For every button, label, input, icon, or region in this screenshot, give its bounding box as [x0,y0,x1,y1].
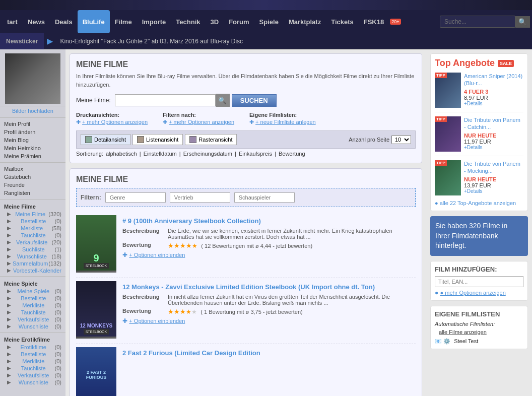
rasteransicht-button[interactable]: Rasteransicht [185,134,237,145]
list-item: ▶Wunschliste(0) [0,379,65,386]
list-item: ▶Sammelalbum(132) [0,260,65,267]
sidebar-bestelliste-link[interactable]: Bestelliste [21,218,46,224]
films-search-input[interactable] [115,94,216,106]
nav-item-forum[interactable]: Forum [224,10,254,33]
sort-einkaufspreis-link[interactable]: Einkaufspreis [239,151,272,157]
sidebar-vorbestell-link[interactable]: Vorbestell-Kalender [13,268,61,274]
filter-genre-input[interactable] [105,192,166,203]
search-button[interactable]: SUCHEN [232,94,277,107]
neue-filmliste-link[interactable]: + neue Filmliste anlegen [255,119,316,125]
filter-label: Filtern: [81,194,101,201]
filtern-mehr-link[interactable]: + mehr Optionen anzeigen [169,119,234,125]
sidebar-meine-spiele-link[interactable]: Meine Spiele [17,288,49,294]
film-meta-bewertung-2: Bewertung ★★★★★ ( 1 Bewertung mit ø 3,75… [122,308,416,315]
sidebar-erotik-wunschliste-link[interactable]: Wunschliste [19,379,48,385]
steelbook-label-1: STEELBOOK [84,263,109,269]
nav-search-button[interactable]: 🔍 [515,16,530,28]
filter-schauspieler-input[interactable] [234,192,295,203]
sidebar-spiele-verkaufsliste-link[interactable]: Verkaufsliste [18,316,49,322]
per-page-select[interactable]: 10 25 50 [391,135,411,144]
sidebar-erotik-merkliste-link[interactable]: Merkliste [22,358,44,364]
nav-item-tickets[interactable]: Tickets [326,10,359,33]
sidebar-erotik-verkaufsliste-link[interactable]: Verkaufsliste [18,372,49,378]
offer-title-1[interactable]: American Sniper (2014) (Blu-r... [464,73,523,87]
sort-bewertung-link[interactable]: Bewertung [279,151,305,157]
sidebar-tauchliste-count: (0) [55,232,61,238]
offer-details-2[interactable]: +Details [464,145,523,150]
sidebar-spiele-merkliste-link[interactable]: Merkliste [22,302,44,308]
sidebar-profil-aendern[interactable]: Profil ändern [0,128,65,136]
nav-item-filme[interactable]: Filme [110,10,137,33]
nav-item-deals[interactable]: Deals [50,10,78,33]
film-title-3[interactable]: 2 Fast 2 Furious (Limited Car Design Edi… [122,349,416,357]
nav-item-fsk18[interactable]: FSK18 [359,10,389,33]
sidebar-verkaufsliste-link[interactable]: Verkaufsliste [16,239,47,245]
main-content: MEINE FILME In Ihrer Filmliste können Si… [65,49,426,396]
nav-item-marktplatz[interactable]: Marktplatz [284,10,326,33]
options-row-2: ✚ + Optionen einblenden [122,317,416,324]
sidebar-spiele-wunschliste-link[interactable]: Wunschliste [19,323,48,329]
stars-2: ★★★★★ ( 1 Bewertung mit ø 3,75 - jetzt b… [168,308,303,315]
sidebar-gaestebuch[interactable]: Gästebuch [0,173,65,181]
sidebar-mein-blog[interactable]: Mein Blog [0,136,65,144]
sidebar-erotikfilme-link[interactable]: Erotikfilme [21,344,46,350]
film-title-2[interactable]: 12 Monkeys - Zavvi Exclusive Limited Edi… [122,283,416,291]
nav-item-technik[interactable]: Technik [171,10,205,33]
detailansicht-button[interactable]: Detailansicht [81,134,130,145]
sidebar-mein-heimkino[interactable]: Mein Heimkino [0,144,65,152]
offer-details-1[interactable]: +Details [464,101,523,106]
offer-details-3[interactable]: +Details [464,188,523,194]
sidebar-meine-filme-link[interactable]: Meine Filme [15,211,45,217]
tipp-badge-1: TIPP [435,73,447,78]
sidebar-wunschliste-link[interactable]: Wunschliste [17,253,47,259]
sidebar-freunde[interactable]: Freunde [0,181,65,189]
filter-row: Filtern: [76,188,416,207]
sidebar-ranglisten[interactable]: Ranglisten [0,189,65,197]
offer-title-2[interactable]: Die Tribute von Panem - Catchin... [464,116,523,131]
offer-title-3[interactable]: Die Tribute von Panem - Mocking... [464,160,523,175]
nav-item-tart[interactable]: tart [2,10,23,33]
druckansichten-title: Druckansichten: [76,112,148,118]
options-link-2[interactable]: + Optionen einblenden [129,318,185,324]
nav-item-3d[interactable]: 3D [206,10,224,33]
sidebar-spiele-tauchliste-link[interactable]: Tauchliste [21,309,46,315]
sort-einstelldatum-link[interactable]: Einstelldatum [144,151,177,157]
nav-item-importe[interactable]: Importe [137,10,171,33]
filtern-title: Filtern nach: [163,112,234,118]
upload-link[interactable]: Bilder hochladen [0,106,65,115]
sidebar-suchliste-link[interactable]: Suchliste [22,246,45,252]
add-film-input[interactable] [435,276,523,287]
alle-filme-link[interactable]: alle Filme anzeigen [439,329,487,335]
sort-alpha-link[interactable]: alphabetisch [106,151,137,157]
show-all-offers-link[interactable]: ● alle 22 Top-Angebote anzeigen [435,200,516,206]
sort-erscheinungsdatum-link[interactable]: Erscheinungsdatum [183,151,232,157]
nav-item-spiele[interactable]: Spiele [254,10,284,33]
sidebar-erotik-tauchliste-link[interactable]: Tauchliste [21,365,46,371]
detailansicht-icon [85,136,92,143]
search-magnifier-button[interactable]: 🔍 [216,94,230,107]
filter-vertrieb-input[interactable] [170,192,230,203]
sidebar-erotik-bestelliste-link[interactable]: Bestelliste [21,351,46,357]
nav-item-news[interactable]: News [23,10,50,33]
film-poster-3: 2 FAST 2 FURIOUS [76,349,116,396]
eigene-filmlisten-box-title: EIGENE FILMLISTEN [435,310,523,318]
offer-price-3: 13,97 EUR [464,182,523,188]
offer-price-2: 11,97 EUR [464,139,523,145]
sidebar-sammelalbum-link[interactable]: Sammelalbum [13,260,48,267]
nav-item-blulife[interactable]: BluLife [78,10,110,33]
druckansichten-mehr-link[interactable]: + mehr Optionen anzeigen [82,119,148,125]
sidebar-mailbox[interactable]: Mailbox [0,165,65,173]
nav-search-input[interactable] [440,16,515,28]
film-title-1[interactable]: # 9 (100th Anniversary Steelbook Collect… [122,217,416,225]
film-meta-beschreibung-1: Beschreibung Die Erde, wie wir sie kenne… [122,228,416,240]
listenansicht-button[interactable]: Listenansicht [132,134,183,145]
sidebar-merkliste-link[interactable]: Merkliste [21,225,43,231]
star-empty-icon: ★ [191,308,197,315]
plus-icon-film-2: ✚ [122,317,129,324]
options-link-1[interactable]: + Optionen einblenden [129,252,185,258]
sidebar-meine-praemien[interactable]: Meine Prämien [0,152,65,160]
add-film-more-options-link[interactable]: ● mehr Optionen anzeigen [440,290,506,296]
sidebar-mein-profil[interactable]: Mein Profil [0,120,65,128]
sidebar-tauchliste-link[interactable]: Tauchliste [21,232,46,238]
sidebar-spiele-bestelliste-link[interactable]: Bestelliste [21,295,46,301]
